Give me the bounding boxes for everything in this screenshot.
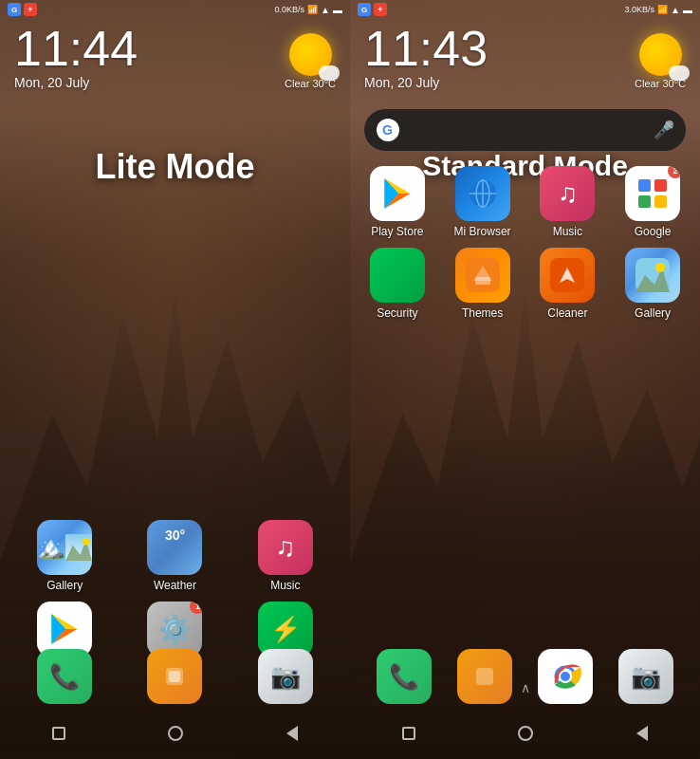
chrome-svg xyxy=(547,658,583,694)
cleaner-svg xyxy=(550,258,584,292)
std-app-chrome[interactable] xyxy=(529,649,600,704)
svg-rect-13 xyxy=(654,179,667,192)
svg-rect-5 xyxy=(169,671,180,682)
lite-time-widget: 11:44 Mon, 20 July xyxy=(14,24,138,90)
std-bottom-dock xyxy=(350,649,700,704)
google-badge: 2 xyxy=(668,166,680,178)
yellow-icon xyxy=(147,649,202,704)
std-music-icon xyxy=(540,166,595,221)
lite-bottom-dock xyxy=(0,649,350,704)
weather-icon-app: 30° xyxy=(147,520,202,575)
google-search-logo: G xyxy=(376,118,400,142)
themes-icon xyxy=(455,248,510,303)
mi-browser-icon xyxy=(455,166,510,221)
phone-icon xyxy=(37,649,92,704)
std-app-playstore[interactable]: Play Store xyxy=(361,166,433,238)
music-icon xyxy=(258,520,313,575)
app-music[interactable]: Music xyxy=(249,520,321,592)
weather-label: Weather xyxy=(154,579,196,592)
svg-rect-14 xyxy=(638,195,651,208)
std-app-security[interactable]: Security xyxy=(361,248,433,320)
std-gallery-svg xyxy=(636,258,670,292)
svg-point-26 xyxy=(561,672,570,681)
lite-mode-label: Lite Mode xyxy=(0,147,350,187)
std-recents-button[interactable] xyxy=(399,724,418,743)
std-status-bar: G + 3.0KB/s 📶 ▲ ▬ xyxy=(350,0,700,19)
std-yellow-icon xyxy=(457,649,512,704)
battery-icon: ▬ xyxy=(333,5,342,15)
home-button[interactable] xyxy=(166,724,185,743)
std-phone-icon xyxy=(377,649,432,704)
lite-status-left: G + xyxy=(8,3,37,16)
std-app-music[interactable]: Music xyxy=(532,166,603,238)
std-status-right: 3.0KB/s 📶 ▲ ▬ xyxy=(625,5,692,15)
std-app-camera[interactable] xyxy=(610,649,681,704)
svg-point-21 xyxy=(655,263,665,272)
std-search-bar[interactable]: G 🎤 xyxy=(364,109,686,151)
std-app-yellow[interactable] xyxy=(450,649,521,704)
mi-browser-label: Mi Browser xyxy=(454,225,511,238)
std-nav-bar xyxy=(350,707,700,759)
std-gallery-icon xyxy=(625,248,680,303)
std-gallery-label: Gallery xyxy=(635,306,671,320)
google-label: Google xyxy=(635,225,672,238)
std-app-phone[interactable] xyxy=(369,649,440,704)
google-grid-svg xyxy=(635,176,671,212)
svg-rect-17 xyxy=(475,277,490,285)
home-icon xyxy=(168,726,183,741)
settings-badge: 1 xyxy=(190,602,202,614)
app-phone[interactable] xyxy=(29,649,101,704)
app-weather[interactable]: 30° Weather xyxy=(139,520,211,592)
std-back-button[interactable] xyxy=(633,724,652,743)
std-battery-icon: ▬ xyxy=(683,5,692,15)
lite-nav-bar xyxy=(0,707,350,759)
lite-app-row-1: Gallery 30° Weather Music xyxy=(9,520,341,592)
std-app-gallery[interactable]: Gallery xyxy=(617,248,689,320)
std-app-cleaner[interactable]: Cleaner xyxy=(532,248,603,320)
std-playstore-icon xyxy=(370,166,425,221)
std-app-mi-browser[interactable]: Mi Browser xyxy=(447,166,518,238)
std-time-widget: 11:43 Mon, 20 July xyxy=(364,24,488,90)
std-google-plus-icon: + xyxy=(374,3,387,16)
gallery-label: Gallery xyxy=(46,579,83,592)
std-app-row-1: Play Store Mi Browser Music xyxy=(355,166,695,238)
recents-button[interactable] xyxy=(49,724,68,743)
lite-mode-panel: G + 0.0KB/s 📶 ▲ ▬ 11:44 Mon, 20 July Cle… xyxy=(0,0,350,759)
lite-status-bar: G + 0.0KB/s 📶 ▲ ▬ xyxy=(0,0,350,19)
lite-time: 11:44 xyxy=(14,24,138,73)
std-status-left: G + xyxy=(358,3,387,16)
wifi-icon: ▲ xyxy=(321,5,330,15)
std-network-speed: 3.0KB/s xyxy=(625,5,655,14)
std-app-row-2: Security Themes xyxy=(355,248,695,320)
svg-rect-12 xyxy=(638,179,651,192)
back-icon xyxy=(286,726,298,741)
std-back-icon xyxy=(636,726,648,741)
google-icon: G xyxy=(8,3,21,16)
svg-rect-15 xyxy=(654,195,667,208)
std-app-grid: Play Store Mi Browser Music xyxy=(350,166,700,329)
svg-text:G: G xyxy=(382,122,393,138)
google-icon-app: 2 xyxy=(625,166,680,221)
std-app-themes[interactable]: Themes xyxy=(447,248,518,320)
microphone-icon[interactable]: 🎤 xyxy=(654,120,674,140)
std-time: 11:43 xyxy=(364,24,488,73)
lite-status-right: 0.0KB/s 📶 ▲ ▬ xyxy=(275,5,342,15)
google-plus-icon: + xyxy=(24,3,37,16)
std-google-icon: G xyxy=(358,3,371,16)
gallery-svg xyxy=(65,530,92,565)
std-home-button[interactable] xyxy=(516,724,535,743)
mi-browser-svg xyxy=(466,176,500,211)
std-app-google[interactable]: 2 Google xyxy=(617,166,689,238)
app-yellow[interactable] xyxy=(139,649,211,704)
std-security-label: Security xyxy=(377,306,417,320)
std-camera-icon xyxy=(618,649,673,704)
svg-rect-22 xyxy=(476,668,493,685)
std-signal-icon: 📶 xyxy=(657,5,668,14)
app-camera[interactable] xyxy=(249,649,321,704)
cleaner-label: Cleaner xyxy=(547,306,587,320)
camera-icon xyxy=(258,649,313,704)
std-wifi-icon: ▲ xyxy=(671,5,680,15)
std-playstore-label: Play Store xyxy=(371,225,423,238)
app-gallery[interactable]: Gallery xyxy=(29,520,101,592)
back-button[interactable] xyxy=(283,724,302,743)
